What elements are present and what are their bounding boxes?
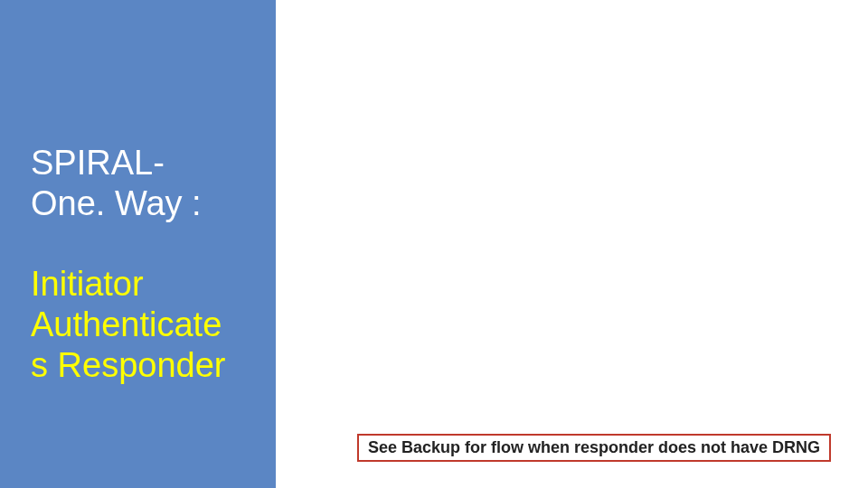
note-box: See Backup for flow when responder does …	[357, 434, 831, 462]
slide: SPIRAL- One. Way : Initiator Authenticat…	[0, 0, 868, 488]
slide-title: SPIRAL- One. Way : Initiator Authenticat…	[31, 102, 225, 386]
left-panel: SPIRAL- One. Way : Initiator Authenticat…	[0, 0, 276, 488]
note-text: See Backup for flow when responder does …	[368, 438, 820, 456]
title-part-1: SPIRAL- One. Way :	[31, 144, 202, 222]
title-part-2: Initiator Authenticate s Responder	[31, 265, 225, 384]
